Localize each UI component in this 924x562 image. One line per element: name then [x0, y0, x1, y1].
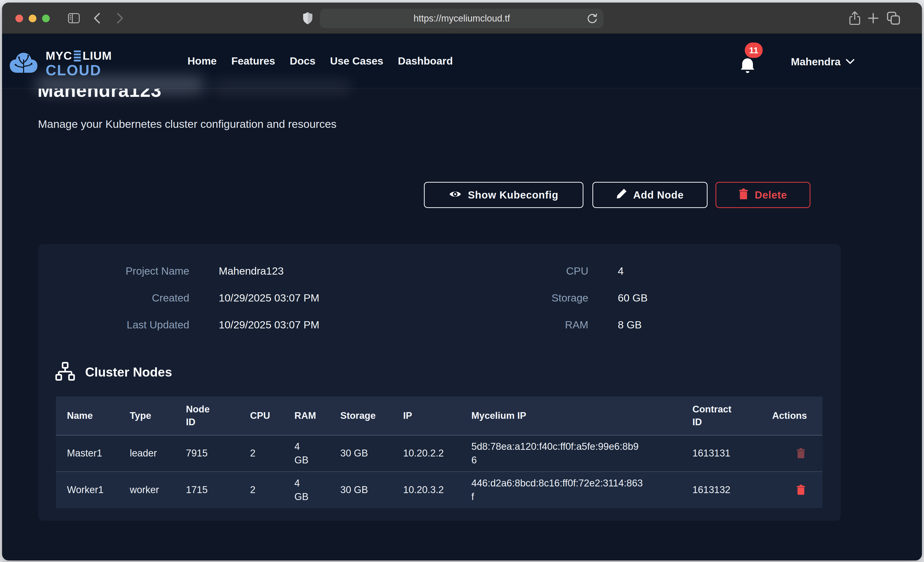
nav-item-features[interactable]: Features — [231, 55, 275, 67]
window-controls — [15, 15, 50, 22]
cell-contract-id: 1613132 — [692, 483, 772, 497]
details-right-column: CPU 4 Storage 60 GB RAM 8 GB — [438, 265, 648, 331]
delete-node-button[interactable] — [796, 484, 805, 496]
cluster-actions-row: Show Kubeconfig Add Node — [2, 182, 922, 208]
detail-row: Storage 60 GB — [438, 292, 648, 304]
detail-label: Last Updated — [39, 319, 189, 331]
table-row-worker1: Worker1 worker 1715 2 4 GB 30 GB 10.20.3… — [56, 472, 822, 508]
chevron-down-icon — [846, 59, 855, 65]
detail-label: CPU — [438, 265, 588, 277]
share-icon[interactable] — [846, 3, 864, 34]
table-row-master1: Master1 leader 7915 2 4 GB 30 GB 10.20.2… — [56, 435, 822, 472]
trash-icon — [739, 188, 748, 202]
pencil-icon — [616, 189, 627, 201]
nav-item-docs[interactable]: Docs — [290, 55, 315, 67]
detail-value: 8 GB — [618, 319, 642, 331]
forward-icon[interactable] — [112, 3, 128, 34]
cell-ip: 10.20.2.2 — [403, 447, 471, 460]
user-name: Mahendra — [791, 56, 841, 68]
brand-wordmark[interactable]: MYC LIUM CLOUD — [46, 49, 112, 78]
cell-cpu: 2 — [250, 447, 294, 460]
page-content: MYC LIUM CLOUD Home Features Docs Use Ca… — [2, 34, 922, 561]
detail-value: 10/29/2025 03:07 PM — [219, 319, 319, 331]
col-header-actions: Actions — [772, 410, 822, 422]
col-header-name: Name — [67, 410, 130, 422]
new-tab-icon[interactable] — [864, 3, 882, 34]
cell-name: Master1 — [67, 447, 130, 460]
cell-name: Worker1 — [67, 483, 130, 497]
minimize-window-button[interactable] — [29, 15, 36, 22]
detail-value: 60 GB — [618, 292, 648, 304]
notifications-button[interactable]: 11 — [738, 34, 771, 88]
col-header-cpu: CPU — [250, 410, 294, 422]
back-icon[interactable] — [89, 3, 105, 34]
cluster-details-card: Project Name Mahendra123 Created 10/29/2… — [39, 244, 841, 521]
notification-count-badge: 11 — [745, 42, 763, 58]
detail-label: Project Name — [39, 265, 189, 277]
delete-cluster-button[interactable]: Delete — [716, 182, 810, 208]
brand-text-post: LIUM — [82, 49, 112, 63]
table-header-row: Name Type Node ID CPU RAM Storage IP Myc… — [56, 396, 822, 435]
cluster-nodes-title: Cluster Nodes — [85, 365, 172, 380]
detail-label: Storage — [438, 292, 588, 304]
cell-storage: 30 GB — [340, 483, 403, 497]
user-menu[interactable]: Mahendra — [791, 56, 855, 68]
privacy-shield-icon[interactable] — [300, 3, 316, 34]
header-blur-glow — [35, 77, 205, 93]
nodes-table: Name Type Node ID CPU RAM Storage IP Myc… — [56, 396, 822, 508]
cell-contract-id: 1613131 — [692, 447, 772, 460]
add-node-label: Add Node — [633, 189, 684, 201]
detail-row: Last Updated 10/29/2025 03:07 PM — [39, 319, 319, 331]
col-header-storage: Storage — [340, 410, 403, 422]
show-kubeconfig-button[interactable]: Show Kubeconfig — [424, 182, 584, 208]
nav-item-dashboard[interactable]: Dashboard — [398, 55, 453, 67]
screenshot-root: https://myceliumcloud.tf — [0, 0, 924, 562]
cell-ram: 4 GB — [294, 477, 340, 504]
delete-node-button[interactable] — [796, 448, 805, 459]
cell-mycelium-ip: 446:d2a6:8bcd:8c16:ff0f:72e2:3114:863f — [471, 477, 692, 504]
cell-mycelium-ip: 5d8:78ea:a120:f40c:ff0f:a5fe:99e6:8b96 — [471, 440, 692, 467]
header-blur-glow-2 — [212, 81, 351, 93]
trash-icon — [796, 448, 805, 459]
col-header-type: Type — [130, 410, 186, 422]
trash-icon — [796, 484, 805, 496]
sidebar-toggle-icon[interactable] — [65, 3, 83, 34]
col-header-mycelium-ip: Mycelium IP — [471, 410, 692, 422]
detail-value: Mahendra123 — [219, 265, 284, 277]
cell-cpu: 2 — [250, 483, 294, 497]
browser-toolbar: https://myceliumcloud.tf — [2, 3, 922, 34]
delete-label: Delete — [755, 189, 787, 201]
page-subtitle: Manage your Kubernetes cluster configura… — [38, 118, 336, 130]
detail-row: Project Name Mahendra123 — [39, 265, 319, 277]
col-header-contract-id: Contract ID — [692, 403, 772, 429]
detail-value: 10/29/2025 03:07 PM — [219, 292, 319, 304]
close-window-button[interactable] — [15, 15, 23, 22]
detail-value: 4 — [618, 265, 624, 277]
main-nav: Home Features Docs Use Cases Dashboard — [188, 34, 453, 88]
show-kubeconfig-label: Show Kubeconfig — [468, 189, 558, 201]
cell-storage: 30 GB — [340, 447, 403, 460]
cell-node-id: 1715 — [186, 483, 250, 497]
cell-actions — [772, 484, 822, 496]
network-nodes-icon — [56, 362, 75, 383]
nav-item-use-cases[interactable]: Use Cases — [330, 55, 383, 67]
nav-item-home[interactable]: Home — [188, 55, 217, 67]
reload-icon[interactable] — [587, 13, 598, 25]
cell-ram: 4 GB — [294, 440, 340, 467]
address-bar[interactable]: https://myceliumcloud.tf — [320, 9, 603, 28]
brand-accent-e-icon — [74, 51, 81, 61]
bell-icon — [740, 58, 755, 75]
col-header-node-id: Node ID — [186, 403, 250, 429]
url-text: https://myceliumcloud.tf — [413, 13, 510, 24]
detail-row: Created 10/29/2025 03:07 PM — [39, 292, 319, 304]
tab-overview-icon[interactable] — [883, 3, 904, 34]
browser-window: https://myceliumcloud.tf — [2, 3, 922, 561]
cell-actions — [772, 448, 822, 459]
details-left-column: Project Name Mahendra123 Created 10/29/2… — [39, 265, 319, 331]
detail-row: RAM 8 GB — [438, 319, 648, 331]
detail-label: RAM — [438, 319, 588, 331]
detail-row: CPU 4 — [438, 265, 648, 277]
add-node-button[interactable]: Add Node — [592, 182, 708, 208]
zoom-window-button[interactable] — [42, 15, 50, 22]
mycelium-cloud-logo-icon[interactable] — [9, 52, 39, 76]
